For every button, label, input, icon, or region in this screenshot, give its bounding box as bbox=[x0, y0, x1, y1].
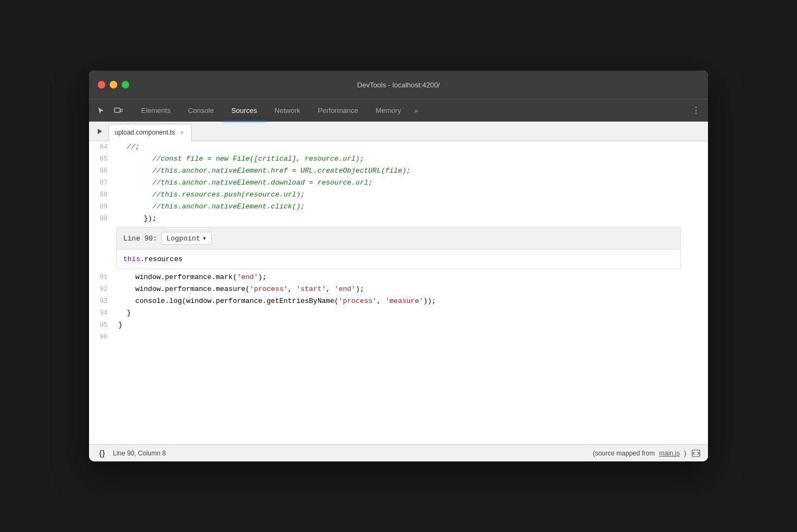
logpoint-type-label: Logpoint bbox=[166, 235, 200, 243]
file-tab-name: upload.component.ts bbox=[115, 129, 175, 136]
logpoint-body[interactable]: this.resources bbox=[117, 250, 680, 269]
svg-marker-2 bbox=[98, 129, 102, 134]
code-line-88: 88 //this.resources.push(resource.url); bbox=[89, 189, 708, 201]
window-title: DevTools - localhost:4200/ bbox=[357, 81, 440, 89]
source-mapped-end: ) bbox=[684, 449, 686, 457]
logpoint-header: Line 90: Logpoint ▾ bbox=[117, 227, 680, 250]
tab-bar: Elements Console Sources Network Perform… bbox=[89, 99, 708, 122]
code-editor[interactable]: 84 //; 85 //const file = new File([criti… bbox=[89, 141, 708, 444]
close-button[interactable] bbox=[98, 81, 105, 88]
tab-memory[interactable]: Memory bbox=[367, 99, 410, 122]
format-icon[interactable]: {} bbox=[96, 447, 109, 460]
source-mapped-file-link[interactable]: main.js bbox=[659, 449, 680, 457]
status-bar: {} Line 90, Column 8 (source mapped from… bbox=[89, 444, 708, 461]
code-line-91: 91 window.performance.mark('end'); bbox=[89, 271, 708, 283]
title-bar: DevTools - localhost:4200/ bbox=[89, 71, 708, 99]
status-left: {} Line 90, Column 8 bbox=[96, 447, 166, 460]
svg-rect-1 bbox=[121, 109, 122, 112]
traffic-lights bbox=[98, 81, 129, 88]
logpoint-type-dropdown[interactable]: Logpoint ▾ bbox=[161, 232, 211, 245]
code-line-90: 90 }); bbox=[89, 213, 708, 225]
status-right: (source mapped from main.js ) bbox=[593, 448, 701, 459]
run-icon[interactable] bbox=[93, 125, 106, 138]
tab-console[interactable]: Console bbox=[179, 99, 223, 122]
code-line-87: 87 //this.anchor.nativeElement.download … bbox=[89, 177, 708, 189]
more-tabs-button[interactable]: » bbox=[410, 106, 422, 115]
tab-icons bbox=[93, 103, 126, 118]
tab-network[interactable]: Network bbox=[266, 99, 309, 122]
source-mapped-text: (source mapped from bbox=[593, 449, 655, 457]
tab-bar-right: ⋮ bbox=[688, 103, 704, 118]
svg-rect-3 bbox=[692, 450, 700, 457]
logpoint-expression-rest: .resources bbox=[140, 255, 182, 263]
code-line-85: 85 //const file = new File([critical], r… bbox=[89, 153, 708, 165]
cursor-icon[interactable] bbox=[93, 103, 109, 118]
file-tab-bar: upload.component.ts × bbox=[89, 122, 708, 141]
file-tab-upload[interactable]: upload.component.ts × bbox=[109, 124, 192, 141]
code-line-92: 92 window.performance.measure('process',… bbox=[89, 283, 708, 295]
code-line-84: 84 //; bbox=[89, 141, 708, 153]
code-line-95: 95 } bbox=[89, 319, 708, 331]
code-line-94: 94 } bbox=[89, 307, 708, 319]
devtools-window: DevTools - localhost:4200/ Elements Cons… bbox=[89, 71, 708, 461]
logpoint-line-label: Line 90: bbox=[123, 235, 157, 243]
devtools-menu-button[interactable]: ⋮ bbox=[688, 103, 704, 118]
chevron-down-icon: ▾ bbox=[203, 234, 207, 243]
device-icon[interactable] bbox=[111, 103, 126, 118]
svg-rect-0 bbox=[115, 108, 120, 112]
tab-performance[interactable]: Performance bbox=[309, 99, 366, 122]
format-code-icon[interactable] bbox=[691, 448, 701, 459]
tab-sources[interactable]: Sources bbox=[223, 99, 266, 122]
logpoint-keyword: this bbox=[123, 255, 140, 263]
maximize-button[interactable] bbox=[122, 81, 129, 88]
logpoint-popup: Line 90: Logpoint ▾ this.resources bbox=[116, 227, 681, 269]
minimize-button[interactable] bbox=[110, 81, 117, 88]
cursor-position: Line 90, Column 8 bbox=[113, 449, 166, 457]
code-area[interactable]: 84 //; 85 //const file = new File([criti… bbox=[89, 141, 708, 444]
tab-elements[interactable]: Elements bbox=[132, 99, 179, 122]
code-line-86: 86 //this.anchor.nativeElement.href = UR… bbox=[89, 165, 708, 177]
code-line-89: 89 //this.anchor.nativeElement.click(); bbox=[89, 201, 708, 213]
code-line-96: 96 bbox=[89, 331, 708, 343]
file-tab-close-button[interactable]: × bbox=[178, 129, 186, 136]
code-line-93: 93 console.log(window.performance.getEnt… bbox=[89, 295, 708, 307]
